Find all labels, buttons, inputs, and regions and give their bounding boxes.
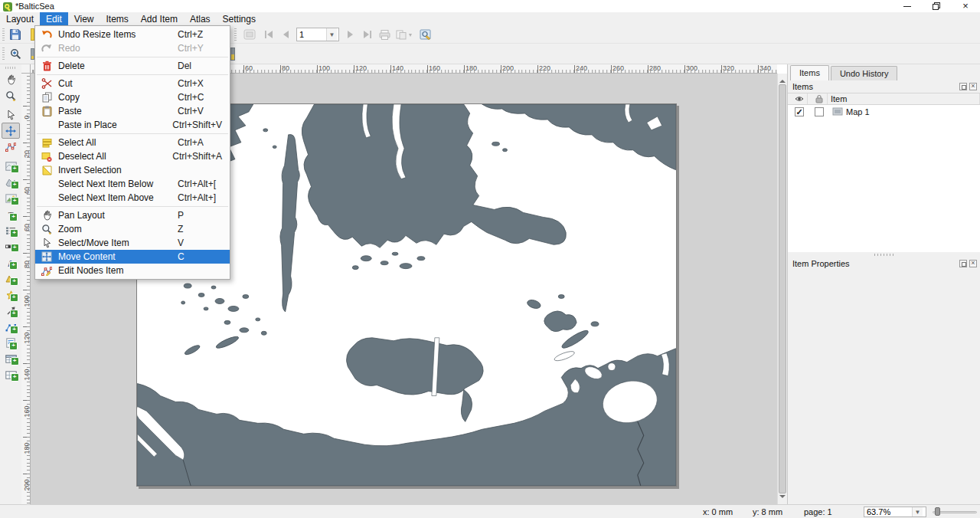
print-atlas-button[interactable]: [376, 26, 393, 43]
menu-item-select-all[interactable]: Select All Ctrl+A: [35, 136, 230, 149]
panel-splitter[interactable]: [788, 252, 980, 257]
edit-nodes-item-tool[interactable]: [2, 139, 20, 155]
close-panel-button[interactable]: [969, 260, 977, 267]
menu-item-edit-nodes-item[interactable]: Edit Nodes Item: [35, 264, 230, 277]
zoom-level-input[interactable]: [864, 507, 912, 516]
menu-item-cut[interactable]: Cut Ctrl+X: [35, 77, 230, 90]
menu-layout[interactable]: Layout: [0, 12, 40, 25]
menu-atlas[interactable]: Atlas: [184, 12, 217, 25]
scroll-down-icon[interactable]: [779, 495, 786, 501]
add-north-arrow-tool[interactable]: A: [2, 254, 20, 270]
qgis-layout-designer-window: *BalticSea × Layout Edit View Items Add …: [0, 0, 980, 518]
export-atlas-button[interactable]: ▼: [393, 26, 416, 43]
select-move-item-tool[interactable]: [2, 107, 20, 123]
menu-item-paste[interactable]: Paste Ctrl+V: [35, 104, 230, 118]
menu-item-label: Edit Nodes Item: [58, 265, 123, 276]
toolbar-grip[interactable]: [234, 28, 237, 41]
float-panel-button[interactable]: [959, 260, 967, 267]
deselect-all-icon: [38, 152, 56, 162]
menu-item-select-next-item-above[interactable]: Select Next Item Above Ctrl+Alt+]: [35, 191, 230, 205]
restore-button[interactable]: [922, 0, 951, 12]
menu-view[interactable]: View: [68, 12, 100, 25]
add-label-tool[interactable]: T: [2, 206, 20, 222]
add-html-tool[interactable]: [2, 335, 20, 351]
atlas-page-input[interactable]: [297, 28, 326, 41]
item-row-map[interactable]: Map 1: [788, 105, 980, 118]
zoom-tool[interactable]: [2, 87, 20, 103]
restore-icon: [933, 2, 940, 10]
lock-checkbox[interactable]: [815, 107, 824, 116]
close-button[interactable]: ×: [951, 0, 980, 12]
canvas-vertical-scrollbar[interactable]: [777, 74, 787, 504]
menu-item-redo[interactable]: Redo Ctrl+Y: [35, 41, 230, 55]
previous-feature-button[interactable]: [277, 26, 294, 43]
menu-item-invert-selection[interactable]: Invert Selection: [35, 163, 230, 177]
first-feature-icon: [264, 31, 273, 38]
add-map-tool[interactable]: [2, 158, 20, 174]
close-panel-button[interactable]: [969, 83, 977, 90]
pan-layout-tool[interactable]: [2, 71, 20, 87]
toolbar-grip[interactable]: [2, 48, 5, 60]
visibility-column-header: [788, 93, 808, 104]
scrollbar-thumb[interactable]: [779, 84, 786, 493]
menu-item-move-content[interactable]: Move Content C: [35, 250, 230, 264]
zoom-level-combobox[interactable]: ▼: [864, 507, 926, 517]
menu-settings[interactable]: Settings: [217, 12, 262, 25]
trash-icon: [38, 61, 56, 71]
chevron-down-icon[interactable]: ▼: [326, 28, 337, 41]
add-arrow-tool[interactable]: [2, 303, 20, 319]
menu-item-delete[interactable]: Delete Del: [35, 59, 230, 73]
save-project-button[interactable]: [7, 26, 24, 43]
atlas-page-combobox[interactable]: ▼: [296, 28, 339, 41]
menu-item-pan-layout[interactable]: Pan Layout P: [35, 208, 230, 222]
next-feature-button[interactable]: [342, 26, 359, 43]
ruler-label: 120: [355, 64, 367, 72]
add-label-icon: T: [6, 210, 15, 219]
chevron-down-icon: ▼: [408, 32, 413, 38]
last-feature-button[interactable]: [359, 26, 376, 43]
add-scalebar-tool[interactable]: [2, 238, 20, 254]
menu-separator: [37, 133, 228, 134]
menu-item-select-move-item[interactable]: Select/Move Item V: [35, 236, 230, 250]
scissors-icon: [38, 78, 56, 89]
minimize-button[interactable]: [893, 0, 922, 12]
visibility-checkbox[interactable]: [795, 107, 804, 116]
page-readout: page: 1: [804, 507, 832, 516]
add-picture-tool[interactable]: [2, 190, 20, 206]
add-node-item-tool[interactable]: [2, 319, 20, 335]
zoom-slider-handle[interactable]: [935, 507, 940, 516]
add-3d-map-tool[interactable]: [2, 174, 20, 190]
menu-item-zoom[interactable]: Zoom Z: [35, 222, 230, 236]
menu-bar: Layout Edit View Items Add Item Atlas Se…: [0, 12, 980, 25]
add-legend-tool[interactable]: [2, 222, 20, 238]
menu-item-paste-in-place[interactable]: Paste in Place Ctrl+Shift+V: [35, 118, 230, 132]
add-attribute-table-tool[interactable]: [2, 351, 20, 367]
toolbar-grip[interactable]: [5, 67, 16, 69]
menu-item-deselect-all[interactable]: Deselect All Ctrl+Shift+A: [35, 149, 230, 163]
add-marker-tool[interactable]: [2, 287, 20, 303]
menu-item-copy[interactable]: Copy Ctrl+C: [35, 90, 230, 104]
ruler-label: 280: [649, 64, 661, 72]
tab-undo-history[interactable]: Undo History: [831, 66, 898, 80]
menu-item-select-next-item-below[interactable]: Select Next Item Below Ctrl+Alt+[: [35, 177, 230, 191]
toolbar-grip[interactable]: [2, 28, 5, 41]
menu-add-item[interactable]: Add Item: [135, 12, 184, 25]
menu-item-label: Select Next Item Above: [58, 192, 154, 203]
zoom-in-button[interactable]: [7, 45, 24, 62]
menu-item-undo-resize-items[interactable]: Undo Resize Items Ctrl+Z: [35, 28, 230, 41]
scroll-up-icon[interactable]: [779, 77, 786, 83]
add-node-item-icon: [5, 323, 16, 332]
add-3d-map-icon: [5, 178, 17, 187]
menu-items[interactable]: Items: [100, 12, 135, 25]
add-shape-tool[interactable]: [2, 270, 20, 287]
atlas-settings-button[interactable]: [417, 26, 434, 43]
float-panel-button[interactable]: [959, 83, 967, 90]
tab-items[interactable]: Items: [790, 65, 829, 80]
first-feature-button[interactable]: [260, 26, 277, 43]
add-fixed-table-tool[interactable]: [2, 367, 20, 383]
menu-edit[interactable]: Edit: [40, 12, 68, 25]
chevron-down-icon[interactable]: ▼: [912, 507, 923, 516]
move-content-tool[interactable]: [2, 123, 20, 139]
preview-atlas-button[interactable]: [241, 26, 258, 43]
ruler-label: 60: [245, 64, 253, 72]
